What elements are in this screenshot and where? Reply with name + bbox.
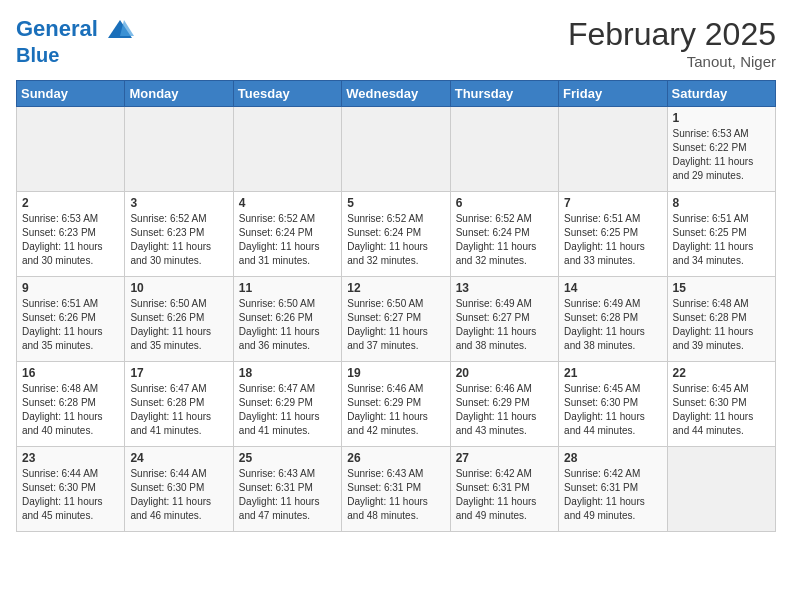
day-info: Sunrise: 6:44 AMSunset: 6:30 PMDaylight:… — [22, 467, 119, 523]
title-block: February 2025 Tanout, Niger — [568, 16, 776, 70]
logo-blue: Blue — [16, 44, 134, 66]
calendar-cell: 3Sunrise: 6:52 AMSunset: 6:23 PMDaylight… — [125, 192, 233, 277]
calendar-cell: 16Sunrise: 6:48 AMSunset: 6:28 PMDayligh… — [17, 362, 125, 447]
calendar-cell: 24Sunrise: 6:44 AMSunset: 6:30 PMDayligh… — [125, 447, 233, 532]
day-number: 1 — [673, 111, 770, 125]
page-header: General Blue February 2025 Tanout, Niger — [16, 16, 776, 70]
day-info: Sunrise: 6:43 AMSunset: 6:31 PMDaylight:… — [239, 467, 336, 523]
calendar-cell — [667, 447, 775, 532]
calendar-week-row: 1Sunrise: 6:53 AMSunset: 6:22 PMDaylight… — [17, 107, 776, 192]
day-info: Sunrise: 6:47 AMSunset: 6:28 PMDaylight:… — [130, 382, 227, 438]
calendar-cell — [559, 107, 667, 192]
day-number: 6 — [456, 196, 553, 210]
calendar-cell: 2Sunrise: 6:53 AMSunset: 6:23 PMDaylight… — [17, 192, 125, 277]
day-number: 10 — [130, 281, 227, 295]
day-info: Sunrise: 6:42 AMSunset: 6:31 PMDaylight:… — [456, 467, 553, 523]
calendar-cell: 8Sunrise: 6:51 AMSunset: 6:25 PMDaylight… — [667, 192, 775, 277]
day-info: Sunrise: 6:50 AMSunset: 6:26 PMDaylight:… — [239, 297, 336, 353]
calendar-cell: 15Sunrise: 6:48 AMSunset: 6:28 PMDayligh… — [667, 277, 775, 362]
calendar-cell: 17Sunrise: 6:47 AMSunset: 6:28 PMDayligh… — [125, 362, 233, 447]
weekday-header-saturday: Saturday — [667, 81, 775, 107]
day-number: 24 — [130, 451, 227, 465]
calendar-cell — [17, 107, 125, 192]
day-info: Sunrise: 6:53 AMSunset: 6:22 PMDaylight:… — [673, 127, 770, 183]
day-info: Sunrise: 6:51 AMSunset: 6:25 PMDaylight:… — [564, 212, 661, 268]
calendar-cell: 5Sunrise: 6:52 AMSunset: 6:24 PMDaylight… — [342, 192, 450, 277]
day-number: 2 — [22, 196, 119, 210]
day-number: 7 — [564, 196, 661, 210]
day-number: 27 — [456, 451, 553, 465]
calendar-cell — [125, 107, 233, 192]
calendar-cell — [450, 107, 558, 192]
day-number: 26 — [347, 451, 444, 465]
day-info: Sunrise: 6:51 AMSunset: 6:26 PMDaylight:… — [22, 297, 119, 353]
day-number: 8 — [673, 196, 770, 210]
calendar-cell: 23Sunrise: 6:44 AMSunset: 6:30 PMDayligh… — [17, 447, 125, 532]
day-number: 5 — [347, 196, 444, 210]
day-info: Sunrise: 6:43 AMSunset: 6:31 PMDaylight:… — [347, 467, 444, 523]
day-number: 4 — [239, 196, 336, 210]
day-info: Sunrise: 6:42 AMSunset: 6:31 PMDaylight:… — [564, 467, 661, 523]
day-info: Sunrise: 6:52 AMSunset: 6:24 PMDaylight:… — [239, 212, 336, 268]
day-number: 14 — [564, 281, 661, 295]
day-info: Sunrise: 6:47 AMSunset: 6:29 PMDaylight:… — [239, 382, 336, 438]
calendar-cell: 28Sunrise: 6:42 AMSunset: 6:31 PMDayligh… — [559, 447, 667, 532]
day-info: Sunrise: 6:45 AMSunset: 6:30 PMDaylight:… — [564, 382, 661, 438]
weekday-header-wednesday: Wednesday — [342, 81, 450, 107]
day-number: 13 — [456, 281, 553, 295]
day-info: Sunrise: 6:46 AMSunset: 6:29 PMDaylight:… — [347, 382, 444, 438]
day-info: Sunrise: 6:44 AMSunset: 6:30 PMDaylight:… — [130, 467, 227, 523]
weekday-header-thursday: Thursday — [450, 81, 558, 107]
calendar-cell: 27Sunrise: 6:42 AMSunset: 6:31 PMDayligh… — [450, 447, 558, 532]
calendar-week-row: 9Sunrise: 6:51 AMSunset: 6:26 PMDaylight… — [17, 277, 776, 362]
day-number: 28 — [564, 451, 661, 465]
day-info: Sunrise: 6:49 AMSunset: 6:28 PMDaylight:… — [564, 297, 661, 353]
weekday-header-sunday: Sunday — [17, 81, 125, 107]
month-year: February 2025 — [568, 16, 776, 53]
day-number: 3 — [130, 196, 227, 210]
day-number: 12 — [347, 281, 444, 295]
day-info: Sunrise: 6:46 AMSunset: 6:29 PMDaylight:… — [456, 382, 553, 438]
calendar-cell: 20Sunrise: 6:46 AMSunset: 6:29 PMDayligh… — [450, 362, 558, 447]
day-info: Sunrise: 6:53 AMSunset: 6:23 PMDaylight:… — [22, 212, 119, 268]
day-info: Sunrise: 6:52 AMSunset: 6:23 PMDaylight:… — [130, 212, 227, 268]
day-number: 20 — [456, 366, 553, 380]
day-number: 19 — [347, 366, 444, 380]
calendar-cell: 1Sunrise: 6:53 AMSunset: 6:22 PMDaylight… — [667, 107, 775, 192]
day-info: Sunrise: 6:51 AMSunset: 6:25 PMDaylight:… — [673, 212, 770, 268]
calendar-cell: 6Sunrise: 6:52 AMSunset: 6:24 PMDaylight… — [450, 192, 558, 277]
logo-text: General — [16, 16, 134, 44]
calendar-week-row: 16Sunrise: 6:48 AMSunset: 6:28 PMDayligh… — [17, 362, 776, 447]
weekday-header-monday: Monday — [125, 81, 233, 107]
calendar-cell: 19Sunrise: 6:46 AMSunset: 6:29 PMDayligh… — [342, 362, 450, 447]
day-info: Sunrise: 6:50 AMSunset: 6:26 PMDaylight:… — [130, 297, 227, 353]
day-info: Sunrise: 6:45 AMSunset: 6:30 PMDaylight:… — [673, 382, 770, 438]
weekday-header-tuesday: Tuesday — [233, 81, 341, 107]
day-number: 25 — [239, 451, 336, 465]
day-info: Sunrise: 6:48 AMSunset: 6:28 PMDaylight:… — [673, 297, 770, 353]
day-number: 16 — [22, 366, 119, 380]
logo: General Blue — [16, 16, 134, 66]
calendar-header-row: SundayMondayTuesdayWednesdayThursdayFrid… — [17, 81, 776, 107]
calendar-cell: 11Sunrise: 6:50 AMSunset: 6:26 PMDayligh… — [233, 277, 341, 362]
calendar-cell: 25Sunrise: 6:43 AMSunset: 6:31 PMDayligh… — [233, 447, 341, 532]
calendar-week-row: 2Sunrise: 6:53 AMSunset: 6:23 PMDaylight… — [17, 192, 776, 277]
calendar-cell — [233, 107, 341, 192]
calendar-cell: 9Sunrise: 6:51 AMSunset: 6:26 PMDaylight… — [17, 277, 125, 362]
calendar-table: SundayMondayTuesdayWednesdayThursdayFrid… — [16, 80, 776, 532]
day-number: 9 — [22, 281, 119, 295]
calendar-cell — [342, 107, 450, 192]
calendar-cell: 21Sunrise: 6:45 AMSunset: 6:30 PMDayligh… — [559, 362, 667, 447]
calendar-week-row: 23Sunrise: 6:44 AMSunset: 6:30 PMDayligh… — [17, 447, 776, 532]
location: Tanout, Niger — [568, 53, 776, 70]
calendar-cell: 26Sunrise: 6:43 AMSunset: 6:31 PMDayligh… — [342, 447, 450, 532]
day-number: 17 — [130, 366, 227, 380]
calendar-cell: 4Sunrise: 6:52 AMSunset: 6:24 PMDaylight… — [233, 192, 341, 277]
calendar-cell: 12Sunrise: 6:50 AMSunset: 6:27 PMDayligh… — [342, 277, 450, 362]
day-number: 15 — [673, 281, 770, 295]
weekday-header-friday: Friday — [559, 81, 667, 107]
day-number: 11 — [239, 281, 336, 295]
calendar-cell: 10Sunrise: 6:50 AMSunset: 6:26 PMDayligh… — [125, 277, 233, 362]
calendar-cell: 22Sunrise: 6:45 AMSunset: 6:30 PMDayligh… — [667, 362, 775, 447]
day-info: Sunrise: 6:52 AMSunset: 6:24 PMDaylight:… — [347, 212, 444, 268]
